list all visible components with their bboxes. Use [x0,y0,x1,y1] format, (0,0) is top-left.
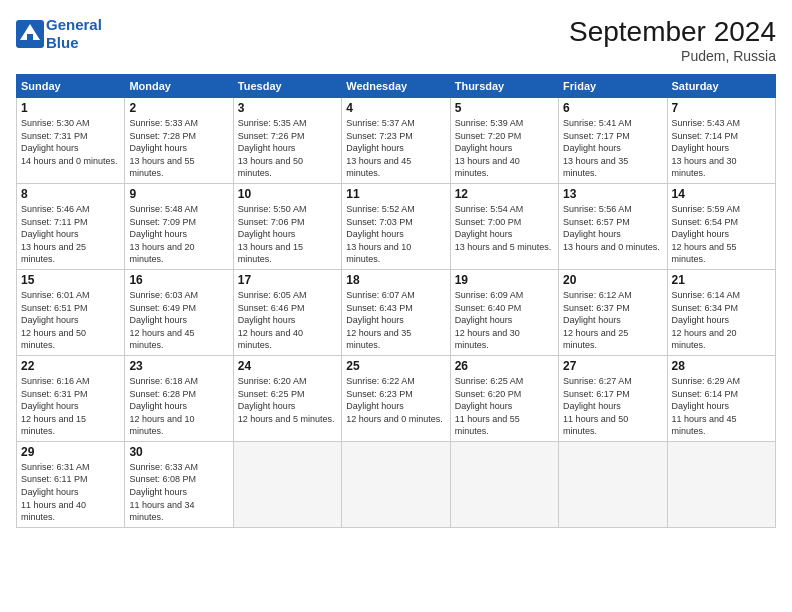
day-info: Sunrise: 5:33 AMSunset: 7:28 PMDaylight … [129,117,228,180]
table-row: 30 Sunrise: 6:33 AMSunset: 6:08 PMDaylig… [125,441,233,527]
day-info: Sunrise: 5:43 AMSunset: 7:14 PMDaylight … [672,117,771,180]
table-row: 8 Sunrise: 5:46 AMSunset: 7:11 PMDayligh… [17,183,125,269]
day-number: 10 [238,187,337,201]
day-info: Sunrise: 5:39 AMSunset: 7:20 PMDaylight … [455,117,554,180]
day-info: Sunrise: 6:14 AMSunset: 6:34 PMDaylight … [672,289,771,352]
day-info: Sunrise: 5:30 AMSunset: 7:31 PMDaylight … [21,117,120,167]
table-row: 27 Sunrise: 6:27 AMSunset: 6:17 PMDaylig… [559,355,667,441]
title-block: September 2024 Pudem, Russia [569,16,776,64]
day-number: 8 [21,187,120,201]
day-info: Sunrise: 6:27 AMSunset: 6:17 PMDaylight … [563,375,662,438]
col-thursday: Thursday [450,75,558,98]
day-number: 29 [21,445,120,459]
table-row: 3 Sunrise: 5:35 AMSunset: 7:26 PMDayligh… [233,98,341,184]
day-number: 22 [21,359,120,373]
day-info: Sunrise: 6:07 AMSunset: 6:43 PMDaylight … [346,289,445,352]
month-title: September 2024 [569,16,776,48]
logo-text-blue: Blue [46,34,102,52]
col-friday: Friday [559,75,667,98]
day-number: 13 [563,187,662,201]
col-tuesday: Tuesday [233,75,341,98]
table-row: 7 Sunrise: 5:43 AMSunset: 7:14 PMDayligh… [667,98,775,184]
svg-rect-2 [27,34,33,42]
day-info: Sunrise: 5:56 AMSunset: 6:57 PMDaylight … [563,203,662,253]
table-row: 1 Sunrise: 5:30 AMSunset: 7:31 PMDayligh… [17,98,125,184]
table-row [233,441,341,527]
logo-text-general: General [46,16,102,34]
day-info: Sunrise: 6:22 AMSunset: 6:23 PMDaylight … [346,375,445,425]
day-number: 25 [346,359,445,373]
table-row: 20 Sunrise: 6:12 AMSunset: 6:37 PMDaylig… [559,269,667,355]
day-number: 30 [129,445,228,459]
table-row: 6 Sunrise: 5:41 AMSunset: 7:17 PMDayligh… [559,98,667,184]
day-number: 16 [129,273,228,287]
table-row: 12 Sunrise: 5:54 AMSunset: 7:00 PMDaylig… [450,183,558,269]
day-number: 7 [672,101,771,115]
day-number: 28 [672,359,771,373]
day-number: 15 [21,273,120,287]
day-info: Sunrise: 6:29 AMSunset: 6:14 PMDaylight … [672,375,771,438]
header: General Blue September 2024 Pudem, Russi… [16,16,776,64]
day-info: Sunrise: 5:41 AMSunset: 7:17 PMDaylight … [563,117,662,180]
day-info: Sunrise: 5:50 AMSunset: 7:06 PMDaylight … [238,203,337,266]
day-info: Sunrise: 6:01 AMSunset: 6:51 PMDaylight … [21,289,120,352]
table-row: 10 Sunrise: 5:50 AMSunset: 7:06 PMDaylig… [233,183,341,269]
day-number: 11 [346,187,445,201]
table-row: 28 Sunrise: 6:29 AMSunset: 6:14 PMDaylig… [667,355,775,441]
logo: General Blue [16,16,102,52]
table-row: 13 Sunrise: 5:56 AMSunset: 6:57 PMDaylig… [559,183,667,269]
table-row: 22 Sunrise: 6:16 AMSunset: 6:31 PMDaylig… [17,355,125,441]
calendar-week-row: 15 Sunrise: 6:01 AMSunset: 6:51 PMDaylig… [17,269,776,355]
day-number: 24 [238,359,337,373]
table-row: 18 Sunrise: 6:07 AMSunset: 6:43 PMDaylig… [342,269,450,355]
day-number: 2 [129,101,228,115]
day-info: Sunrise: 6:03 AMSunset: 6:49 PMDaylight … [129,289,228,352]
calendar-week-row: 22 Sunrise: 6:16 AMSunset: 6:31 PMDaylig… [17,355,776,441]
day-number: 18 [346,273,445,287]
calendar-week-row: 29 Sunrise: 6:31 AMSunset: 6:11 PMDaylig… [17,441,776,527]
table-row [342,441,450,527]
day-number: 1 [21,101,120,115]
day-info: Sunrise: 5:46 AMSunset: 7:11 PMDaylight … [21,203,120,266]
table-row: 11 Sunrise: 5:52 AMSunset: 7:03 PMDaylig… [342,183,450,269]
day-number: 6 [563,101,662,115]
day-number: 23 [129,359,228,373]
calendar-table: Sunday Monday Tuesday Wednesday Thursday… [16,74,776,528]
day-info: Sunrise: 6:18 AMSunset: 6:28 PMDaylight … [129,375,228,438]
table-row: 15 Sunrise: 6:01 AMSunset: 6:51 PMDaylig… [17,269,125,355]
day-info: Sunrise: 5:59 AMSunset: 6:54 PMDaylight … [672,203,771,266]
table-row: 14 Sunrise: 5:59 AMSunset: 6:54 PMDaylig… [667,183,775,269]
table-row: 21 Sunrise: 6:14 AMSunset: 6:34 PMDaylig… [667,269,775,355]
calendar-week-row: 1 Sunrise: 5:30 AMSunset: 7:31 PMDayligh… [17,98,776,184]
day-info: Sunrise: 6:25 AMSunset: 6:20 PMDaylight … [455,375,554,438]
calendar-week-row: 8 Sunrise: 5:46 AMSunset: 7:11 PMDayligh… [17,183,776,269]
day-info: Sunrise: 5:54 AMSunset: 7:00 PMDaylight … [455,203,554,253]
day-number: 27 [563,359,662,373]
day-info: Sunrise: 6:09 AMSunset: 6:40 PMDaylight … [455,289,554,352]
col-monday: Monday [125,75,233,98]
table-row: 17 Sunrise: 6:05 AMSunset: 6:46 PMDaylig… [233,269,341,355]
table-row: 2 Sunrise: 5:33 AMSunset: 7:28 PMDayligh… [125,98,233,184]
table-row [667,441,775,527]
day-info: Sunrise: 6:33 AMSunset: 6:08 PMDaylight … [129,461,228,524]
day-number: 5 [455,101,554,115]
day-number: 14 [672,187,771,201]
day-info: Sunrise: 5:48 AMSunset: 7:09 PMDaylight … [129,203,228,266]
table-row: 29 Sunrise: 6:31 AMSunset: 6:11 PMDaylig… [17,441,125,527]
table-row: 9 Sunrise: 5:48 AMSunset: 7:09 PMDayligh… [125,183,233,269]
day-number: 21 [672,273,771,287]
table-row: 16 Sunrise: 6:03 AMSunset: 6:49 PMDaylig… [125,269,233,355]
day-number: 3 [238,101,337,115]
col-saturday: Saturday [667,75,775,98]
day-number: 26 [455,359,554,373]
day-info: Sunrise: 6:16 AMSunset: 6:31 PMDaylight … [21,375,120,438]
day-number: 12 [455,187,554,201]
day-info: Sunrise: 6:20 AMSunset: 6:25 PMDaylight … [238,375,337,425]
table-row: 5 Sunrise: 5:39 AMSunset: 7:20 PMDayligh… [450,98,558,184]
table-row [450,441,558,527]
day-info: Sunrise: 6:31 AMSunset: 6:11 PMDaylight … [21,461,120,524]
table-row: 24 Sunrise: 6:20 AMSunset: 6:25 PMDaylig… [233,355,341,441]
location: Pudem, Russia [569,48,776,64]
day-info: Sunrise: 5:52 AMSunset: 7:03 PMDaylight … [346,203,445,266]
table-row [559,441,667,527]
